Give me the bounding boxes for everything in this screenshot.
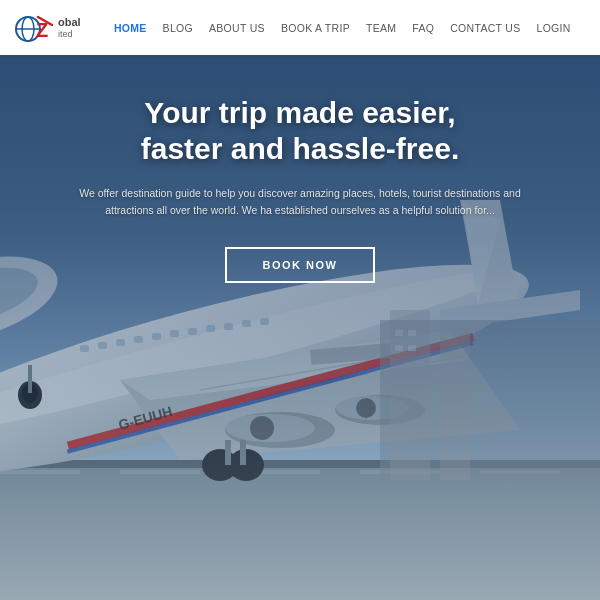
nav-book-trip[interactable]: BOOK A TRIP	[273, 22, 358, 34]
logo[interactable]: Z obal ited	[14, 9, 81, 47]
nav-links: HOME BLOG ABOUT US BOOK A TRIP TEAM FAQ …	[99, 22, 586, 34]
hero-title: Your trip made easier, faster and hassle…	[121, 95, 479, 167]
nav-team[interactable]: TEAM	[358, 22, 404, 34]
hero-subtitle: We offer destination guide to help you d…	[40, 185, 560, 219]
nav-faq[interactable]: FAQ	[404, 22, 442, 34]
nav-login[interactable]: LOGIN	[529, 22, 579, 34]
book-now-button[interactable]: BOOK NOW	[225, 247, 376, 283]
nav-contact[interactable]: CONTACT US	[442, 22, 528, 34]
nav-home[interactable]: HOME	[106, 22, 155, 34]
hero-content: Your trip made easier, faster and hassle…	[0, 55, 600, 600]
hero-section: G-EUUH Your trip made easier, faster and…	[0, 0, 600, 600]
navbar: Z obal ited HOME BLOG ABOUT US BOOK A TR…	[0, 0, 600, 55]
nav-about[interactable]: ABOUT US	[201, 22, 273, 34]
logo-text: obal ited	[58, 16, 81, 40]
nav-blog[interactable]: BLOG	[155, 22, 201, 34]
logo-icon: Z	[14, 9, 54, 47]
